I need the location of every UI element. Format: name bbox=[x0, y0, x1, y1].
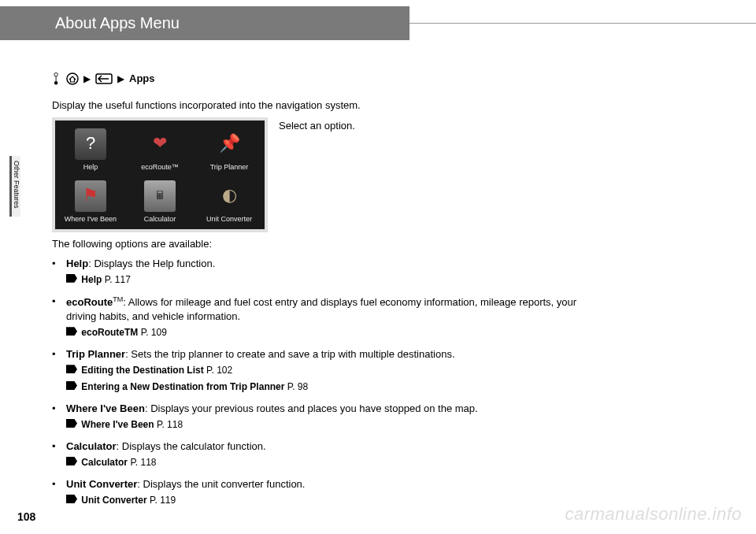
bullet-icon: • bbox=[52, 295, 66, 324]
nav-apps-label: Apps bbox=[129, 72, 155, 86]
option-desc: : Sets the trip planner to create and sa… bbox=[125, 348, 454, 360]
ref-line: Where I've Been P. 118 bbox=[66, 418, 603, 432]
tm-mark: TM bbox=[113, 295, 123, 303]
app-label: Calculator bbox=[144, 214, 176, 224]
sidebar-tab: Other Features bbox=[9, 156, 20, 217]
option-title: Where I've Been bbox=[66, 402, 145, 414]
ecoroute-icon: ❤ bbox=[144, 128, 176, 160]
calculator-icon: 🖩 bbox=[144, 180, 176, 212]
app-ecoroute: ❤ ecoRoute™ bbox=[126, 124, 194, 174]
ref-line: ecoRouteTM P. 109 bbox=[66, 326, 603, 339]
ref-line: Unit Converter P. 119 bbox=[66, 494, 603, 507]
option-desc: : Displays the Help function. bbox=[88, 258, 215, 269]
ref-text: Help bbox=[81, 274, 102, 285]
ref-text: Editing the Destination List bbox=[81, 365, 203, 376]
option-title: Calculator bbox=[66, 440, 117, 452]
option-ecoroute: • ecoRouteTM: Allows for mileage and fue… bbox=[52, 295, 603, 324]
ref-page: P. 102 bbox=[206, 365, 232, 376]
app-unitconverter: ◐ Unit Converter bbox=[195, 176, 263, 226]
ref-text: Calculator bbox=[81, 457, 128, 468]
option-calculator: • Calculator: Displays the calculator fu… bbox=[52, 439, 603, 454]
ref-text: Unit Converter bbox=[81, 495, 146, 506]
option-body: Trip Planner: Sets the trip planner to c… bbox=[66, 347, 603, 362]
ref-line: Help P. 117 bbox=[66, 273, 603, 287]
ref-arrow-icon bbox=[66, 495, 77, 503]
content-area: ▶ ▶ Apps Display the useful functions in… bbox=[52, 72, 603, 507]
option-body: Help: Displays the Help function. bbox=[66, 257, 603, 271]
option-unitconverter: • Unit Converter: Displays the unit conv… bbox=[52, 477, 603, 491]
option-whereivebeen: • Where I've Been: Displays your previou… bbox=[52, 402, 603, 416]
ref-line: Editing the Destination List P. 102 bbox=[66, 364, 603, 377]
option-body: Where I've Been: Displays your previous … bbox=[66, 402, 603, 416]
bullet-icon: • bbox=[52, 477, 66, 491]
ref-text: ecoRouteTM bbox=[81, 327, 138, 338]
option-tripplanner: • Trip Planner: Sets the trip planner to… bbox=[52, 347, 603, 362]
option-title: ecoRoute bbox=[66, 296, 113, 308]
app-help: ? Help bbox=[57, 124, 124, 174]
option-desc: : Allows for mileage and fuel cost entry… bbox=[66, 296, 576, 322]
bullet-icon: • bbox=[52, 402, 66, 416]
bullet-icon: • bbox=[52, 439, 66, 454]
option-title: Help bbox=[66, 258, 88, 269]
ref-page: P. 119 bbox=[150, 495, 176, 506]
watermark: carmanualsonline.info bbox=[565, 504, 742, 525]
unitconverter-icon: ◐ bbox=[213, 180, 245, 212]
ref-arrow-icon bbox=[66, 365, 77, 373]
ref-arrow-icon bbox=[66, 274, 77, 283]
option-body: Unit Converter: Displays the unit conver… bbox=[66, 477, 603, 491]
bullet-icon: • bbox=[52, 347, 66, 362]
help-icon: ? bbox=[75, 128, 106, 160]
svg-point-2 bbox=[54, 81, 57, 84]
svg-point-3 bbox=[67, 73, 78, 84]
header-bar: About Apps Menu bbox=[0, 6, 756, 40]
ref-page: P. 117 bbox=[105, 274, 131, 285]
nav-breadcrumb: ▶ ▶ Apps bbox=[52, 72, 603, 86]
intro-text: Display the useful functions incorporate… bbox=[52, 98, 603, 113]
side-instruction: Select an option. bbox=[279, 117, 355, 133]
svg-point-0 bbox=[54, 73, 57, 76]
option-desc: : Displays the unit converter function. bbox=[137, 478, 305, 490]
ref-arrow-icon bbox=[66, 327, 77, 336]
ref-line: Entering a New Destination from Trip Pla… bbox=[66, 380, 603, 394]
page-title: About Apps Menu bbox=[0, 6, 410, 40]
home-icon bbox=[66, 72, 79, 85]
option-body: ecoRouteTM: Allows for mileage and fuel … bbox=[66, 295, 603, 324]
sidebar-label: Other Features bbox=[13, 161, 20, 209]
ref-line: Calculator P. 118 bbox=[66, 456, 603, 469]
ref-arrow-icon bbox=[66, 419, 77, 428]
app-label: Help bbox=[83, 162, 98, 172]
ref-arrow-icon bbox=[66, 381, 77, 390]
nav-arrow-2: ▶ bbox=[117, 72, 124, 86]
tripplanner-icon: 📌 bbox=[213, 128, 245, 160]
ref-page: P. 118 bbox=[157, 419, 183, 430]
option-help: • Help: Displays the Help function. bbox=[52, 257, 603, 271]
option-title: Unit Converter bbox=[66, 478, 137, 490]
option-desc: : Displays your previous routes and plac… bbox=[145, 402, 478, 414]
apps-grid: ? Help ❤ ecoRoute™ 📌 Trip Planner ⚑ Wher… bbox=[55, 121, 265, 229]
page-number: 108 bbox=[17, 510, 35, 523]
ref-text: Where I've Been bbox=[81, 419, 154, 430]
ref-text: Entering a New Destination from Trip Pla… bbox=[81, 381, 284, 392]
whereivebeen-icon: ⚑ bbox=[75, 180, 106, 212]
app-whereivebeen: ⚑ Where I've Been bbox=[57, 176, 124, 226]
option-desc: : Displays the calculator function. bbox=[117, 440, 266, 452]
option-body: Calculator: Displays the calculator func… bbox=[66, 439, 603, 454]
bullet-icon: • bbox=[52, 257, 66, 271]
app-label: Unit Converter bbox=[206, 214, 252, 224]
app-calculator: 🖩 Calculator bbox=[126, 176, 194, 226]
ref-page: P. 98 bbox=[287, 381, 308, 392]
ref-page: P. 109 bbox=[141, 327, 167, 338]
option-title: Trip Planner bbox=[66, 348, 125, 360]
screenshot-row: ? Help ❤ ecoRoute™ 📌 Trip Planner ⚑ Wher… bbox=[52, 117, 603, 232]
nav-arrow-1: ▶ bbox=[83, 72, 91, 86]
back-icon bbox=[95, 73, 113, 84]
app-label: ecoRoute™ bbox=[141, 162, 179, 172]
header-rule bbox=[410, 23, 756, 24]
app-label: Trip Planner bbox=[210, 162, 249, 172]
gesture-icon bbox=[52, 72, 61, 85]
options-intro: The following options are available: bbox=[52, 237, 603, 251]
app-tripplanner: 📌 Trip Planner bbox=[195, 124, 263, 174]
ref-page: P. 118 bbox=[130, 457, 156, 468]
app-label: Where I've Been bbox=[65, 214, 117, 224]
ref-arrow-icon bbox=[66, 457, 77, 465]
